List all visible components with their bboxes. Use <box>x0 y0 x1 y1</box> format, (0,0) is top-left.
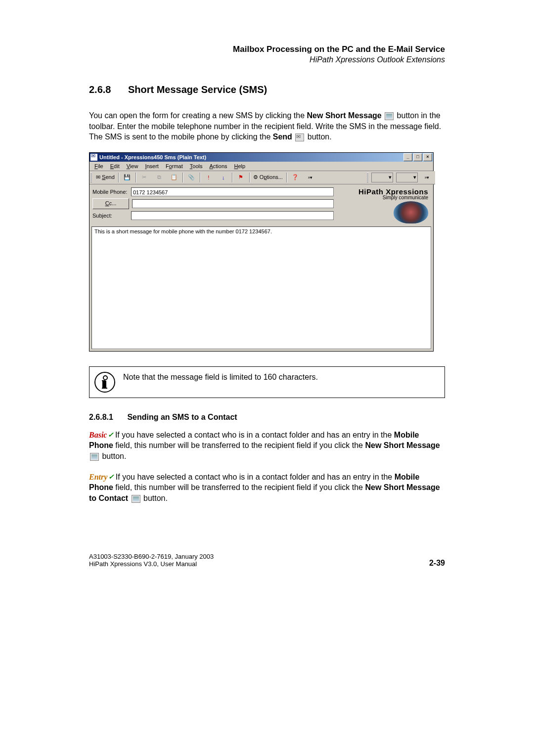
text: If you have selected a contact who is in… <box>115 431 394 439</box>
format-overflow-button[interactable]: »▾ <box>420 172 434 183</box>
header-subtitle: HiPath Xpressions Outlook Extensions <box>89 55 445 64</box>
text: button. <box>143 494 168 502</box>
titlebar: Untitled - Xpressions450 Sms (Plain Text… <box>89 153 433 162</box>
form-header: Mobile Phone: 0172 1234567 Cc... Subject… <box>89 184 433 226</box>
note-box: Note that the message field is limited t… <box>89 366 445 398</box>
copy-button[interactable]: ⧉ <box>152 172 166 183</box>
header-title: Mailbox Processing on the PC and the E-M… <box>89 44 445 54</box>
brand-subtitle: Simply communicate <box>337 195 428 200</box>
page-number: 2-39 <box>429 559 445 568</box>
cut-button[interactable]: ✂ <box>137 172 151 183</box>
intro-paragraph: You can open the form for creating a new… <box>89 110 445 142</box>
entry-paragraph: Entry If you have selected a contact who… <box>89 472 445 504</box>
importance-low-button[interactable]: ↓ <box>217 172 230 183</box>
menu-bar: File Edit View Insert Format Tools Actio… <box>89 162 433 171</box>
toolbar-grip-2 <box>367 173 368 182</box>
menu-edit[interactable]: Edit <box>107 163 123 170</box>
toolbar-main: ✉ Send 💾 ✂ ⧉ 📋 📎 ! ↓ ⚑ ⚙ Options... ❓ »▾ <box>89 171 435 184</box>
menu-tools[interactable]: Tools <box>187 163 206 170</box>
paste-button[interactable]: 📋 <box>167 172 181 183</box>
text: If you have selected a contact who is in… <box>116 473 395 481</box>
bold-send: Send <box>273 133 292 141</box>
message-body-input[interactable]: This is a short message for mobile phone… <box>91 226 431 349</box>
mobile-phone-label: Mobile Phone: <box>92 189 128 195</box>
close-button[interactable]: × <box>423 153 432 161</box>
font-dropdown[interactable]: ▾ <box>371 173 393 182</box>
window-title: Untitled - Xpressions450 Sms (Plain Text… <box>99 154 403 160</box>
new-sms-icon <box>90 453 99 461</box>
menu-view[interactable]: View <box>124 163 141 170</box>
text: field, this number will be transferred t… <box>113 483 365 491</box>
text: button. <box>102 452 126 460</box>
text: field, this number will be transferred t… <box>113 441 365 449</box>
maximize-button[interactable]: □ <box>413 153 422 161</box>
attach-button[interactable]: 📎 <box>184 172 198 183</box>
menu-help[interactable]: Help <box>231 163 249 170</box>
bold-new-short-message: New Short Message <box>307 111 382 120</box>
toolbar-overflow-button[interactable]: »▾ <box>303 172 317 183</box>
menu-format[interactable]: Format <box>163 163 186 170</box>
importance-high-button[interactable]: ! <box>202 172 216 183</box>
footer-doc-title: HiPath Xpressions V3.0, User Manual <box>89 560 214 568</box>
footer-doc-id: A31003-S2330-B690-2-7619, January 2003 <box>89 553 214 560</box>
toolbar-grip <box>90 173 92 182</box>
menu-actions[interactable]: Actions <box>206 163 230 170</box>
text: button. <box>308 133 332 141</box>
section-number: 2.6.8 <box>89 84 111 95</box>
note-text: Note that the message field is limited t… <box>123 372 318 382</box>
subject-label: Subject: <box>92 213 128 219</box>
brand-logo-area: HiPath Xpressions Simply communicate <box>337 187 430 223</box>
mobile-phone-input[interactable]: 0172 1234567 <box>131 187 334 196</box>
menu-file[interactable]: File <box>91 163 106 170</box>
section-title: Short Message Service (SMS) <box>128 84 267 95</box>
page-footer: A31003-S2330-B690-2-7619, January 2003 H… <box>89 553 445 568</box>
subject-input[interactable] <box>131 211 334 220</box>
text: You can open the form for creating a new… <box>89 111 307 120</box>
bold: New Short Message <box>365 441 440 449</box>
cc-input[interactable] <box>132 199 334 208</box>
entry-badge: Entry <box>89 473 113 481</box>
basic-paragraph: Basic If you have selected a contact who… <box>89 430 445 462</box>
subsection-number: 2.6.8.1 <box>89 413 113 421</box>
send-icon <box>295 133 304 141</box>
help-button[interactable]: ❓ <box>288 172 302 183</box>
flag-button[interactable]: ⚑ <box>234 172 248 183</box>
sms-compose-window: Untitled - Xpressions450 Sms (Plain Text… <box>89 152 434 352</box>
send-button[interactable]: ✉ Send <box>94 172 117 183</box>
minimize-button[interactable]: _ <box>403 153 412 161</box>
basic-badge: Basic <box>89 431 113 439</box>
menu-insert[interactable]: Insert <box>142 163 162 170</box>
new-sms-icon <box>385 112 394 120</box>
size-dropdown[interactable]: ▾ <box>396 173 418 182</box>
save-button[interactable]: 💾 <box>120 172 134 183</box>
new-sms-to-contact-icon <box>132 495 140 503</box>
options-button[interactable]: ⚙ Options... <box>251 172 285 183</box>
subsection-title: Sending an SMS to a Contact <box>127 413 237 421</box>
window-icon <box>90 154 97 161</box>
info-icon <box>94 372 115 393</box>
cc-button[interactable]: Cc... <box>92 198 129 209</box>
globe-icon <box>394 201 428 223</box>
